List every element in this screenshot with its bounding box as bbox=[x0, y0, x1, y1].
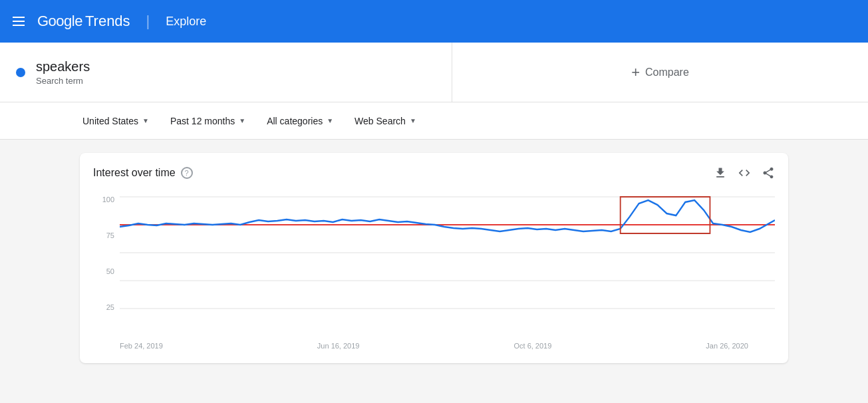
category-filter-label: All categories bbox=[267, 116, 323, 126]
svg-rect-1 bbox=[13, 21, 25, 22]
location-filter[interactable]: United States ▼ bbox=[80, 110, 152, 132]
time-range-filter-label: Past 12 months bbox=[170, 116, 235, 126]
x-axis-feb: Feb 24, 2019 bbox=[120, 342, 163, 350]
x-axis-jan: Jan 26, 2020 bbox=[706, 342, 748, 350]
logo: Google Trends bbox=[37, 13, 130, 30]
compare-label: Compare bbox=[645, 67, 689, 78]
embed-button[interactable] bbox=[738, 166, 751, 180]
logo-trends: Trends bbox=[85, 13, 130, 30]
header-divider: | bbox=[146, 13, 150, 30]
y-axis-50: 50 bbox=[93, 267, 114, 275]
y-axis-25: 25 bbox=[93, 303, 114, 311]
chart-svg bbox=[120, 190, 775, 317]
search-term-container: speakers Search term bbox=[0, 43, 452, 102]
location-filter-arrow: ▼ bbox=[142, 117, 149, 124]
term-color-indicator bbox=[16, 68, 25, 77]
header-explore-label: Explore bbox=[166, 15, 206, 29]
search-type-filter-label: Web Search bbox=[355, 116, 406, 126]
compare-plus-icon: + bbox=[631, 64, 640, 81]
help-icon-label: ? bbox=[185, 169, 189, 177]
svg-rect-0 bbox=[13, 17, 25, 18]
share-button[interactable] bbox=[762, 166, 775, 180]
card-actions bbox=[714, 166, 775, 180]
category-filter[interactable]: All categories ▼ bbox=[264, 110, 336, 132]
main-content: Interest over time ? bbox=[0, 140, 868, 376]
y-axis-75: 75 bbox=[93, 231, 114, 239]
help-icon[interactable]: ? bbox=[181, 167, 193, 179]
search-term-info: speakers Search term bbox=[36, 59, 90, 86]
compare-button[interactable]: + Compare bbox=[452, 43, 868, 102]
category-filter-arrow: ▼ bbox=[327, 117, 333, 124]
search-type-filter-arrow: ▼ bbox=[410, 117, 416, 124]
search-type-filter[interactable]: Web Search ▼ bbox=[352, 110, 419, 132]
interest-over-time-card: Interest over time ? bbox=[80, 153, 788, 363]
card-title: Interest over time bbox=[93, 167, 176, 179]
search-term-type: Search term bbox=[36, 76, 90, 86]
search-section: speakers Search term + Compare bbox=[0, 43, 868, 102]
x-axis-labels: Feb 24, 2019 Jun 16, 2019 Oct 6, 2019 Ja… bbox=[93, 339, 775, 350]
time-range-filter[interactable]: Past 12 months ▼ bbox=[168, 110, 248, 132]
card-title-row: Interest over time ? bbox=[93, 167, 193, 179]
x-axis-jun: Jun 16, 2019 bbox=[317, 342, 360, 350]
filters-section: United States ▼ Past 12 months ▼ All cat… bbox=[0, 102, 868, 140]
menu-icon[interactable] bbox=[11, 14, 27, 29]
x-axis-oct: Oct 6, 2019 bbox=[513, 342, 551, 350]
card-header: Interest over time ? bbox=[93, 166, 775, 180]
header: Google Trends | Explore bbox=[0, 0, 868, 43]
location-filter-label: United States bbox=[82, 116, 138, 126]
logo-google: Google bbox=[37, 13, 82, 30]
download-button[interactable] bbox=[714, 166, 727, 180]
time-range-filter-arrow: ▼ bbox=[239, 117, 245, 124]
chart-container: 100 75 50 25 bbox=[93, 190, 775, 336]
search-term-name: speakers bbox=[36, 59, 90, 74]
svg-rect-2 bbox=[13, 25, 25, 26]
y-axis-100: 100 bbox=[93, 196, 114, 203]
